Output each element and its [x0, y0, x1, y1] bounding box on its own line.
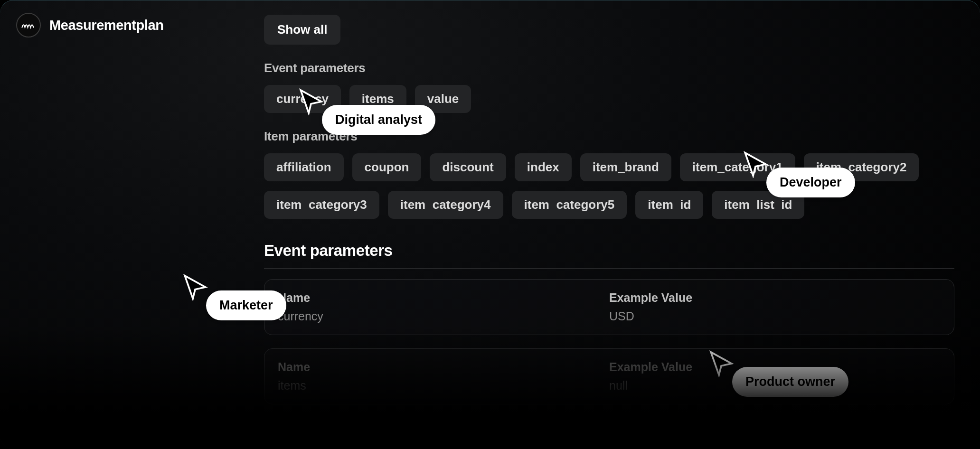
chip-affiliation[interactable]: affiliation [264, 153, 344, 181]
item-param-chips-row2: item_category3 item_category4 item_categ… [264, 191, 954, 219]
logo-icon [16, 13, 41, 37]
chip-item-category2[interactable]: item_category2 [804, 153, 919, 181]
event-parameters-label: Event parameters [264, 61, 954, 75]
example-label: Example Value [609, 360, 941, 374]
param-card-currency[interactable]: Name currency Example Value USD [264, 279, 954, 335]
chip-value[interactable]: value [415, 85, 471, 113]
chip-item-list-id[interactable]: item_list_id [712, 191, 804, 219]
chip-currency[interactable]: currency [264, 85, 341, 113]
divider [264, 268, 954, 269]
name-label: Name [278, 291, 609, 305]
chip-item-category1[interactable]: item_category1 [680, 153, 795, 181]
param-card-items[interactable]: Name items Example Value null [264, 348, 954, 404]
cursor-icon [181, 273, 209, 301]
example-value: USD [609, 309, 941, 323]
item-param-chips-row1: affiliation coupon discount index item_b… [264, 153, 954, 181]
squiggle-icon [21, 21, 36, 29]
name-value: items [278, 379, 609, 393]
example-label: Example Value [609, 291, 941, 305]
chip-item-brand[interactable]: item_brand [580, 153, 671, 181]
chip-item-category3[interactable]: item_category3 [264, 191, 379, 219]
app-title: Measurementplan [49, 18, 164, 33]
main-content: Show all Event parameters currency items… [264, 15, 954, 418]
event-parameters-heading: Event parameters [264, 242, 954, 260]
chip-item-category4[interactable]: item_category4 [388, 191, 503, 219]
chip-items[interactable]: items [349, 85, 406, 113]
app-window: Measurementplan Show all Event parameter… [0, 0, 980, 449]
item-parameters-label: Item parameters [264, 129, 954, 144]
chip-item-category5[interactable]: item_category5 [512, 191, 627, 219]
example-value: null [609, 379, 941, 393]
name-value: currency [278, 309, 609, 323]
show-all-button[interactable]: Show all [264, 15, 340, 45]
chip-index[interactable]: index [515, 153, 572, 181]
event-param-chips: currency items value [264, 85, 954, 113]
chip-item-id[interactable]: item_id [635, 191, 703, 219]
name-label: Name [278, 360, 609, 374]
chip-discount[interactable]: discount [430, 153, 506, 181]
chip-coupon[interactable]: coupon [352, 153, 422, 181]
